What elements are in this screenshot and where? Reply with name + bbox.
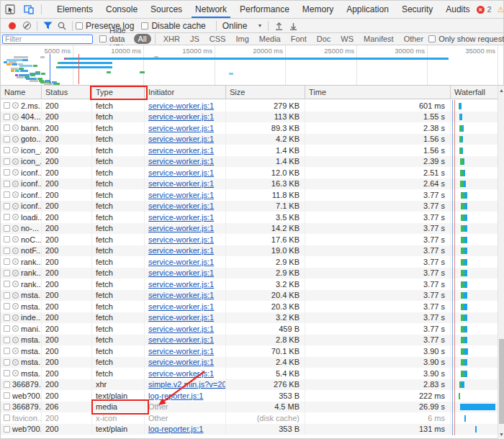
initiator-link[interactable]: service-worker.js:1 <box>148 157 214 166</box>
scrollbar-thumb[interactable] <box>499 339 504 424</box>
filter-toggle-button[interactable] <box>40 19 55 32</box>
filter-pill-js[interactable]: JS <box>186 34 204 44</box>
row-checkbox[interactable] <box>4 325 10 332</box>
initiator-link[interactable]: service-worker.js:1 <box>148 235 214 244</box>
column-header-status[interactable]: Status <box>42 86 92 99</box>
table-row[interactable]: iconf...200fetchservice-worker.js:111.8 … <box>1 189 503 201</box>
inspect-element-icon[interactable] <box>1 1 19 18</box>
disable-cache-checkbox[interactable] <box>141 22 148 30</box>
table-row[interactable]: msta...200fetchservice-worker.js:12.4 KB… <box>1 357 503 368</box>
row-checkbox[interactable] <box>4 114 10 120</box>
filter-pill-manifest[interactable]: Manifest <box>359 34 398 44</box>
row-checkbox[interactable] <box>4 426 10 433</box>
row-checkbox[interactable] <box>4 258 10 265</box>
table-row[interactable]: favicon....200x-iconOther(disk cache)6 m… <box>1 412 503 424</box>
table-row[interactable]: rank...200fetchservice-worker.js:13.2 KB… <box>1 279 503 290</box>
table-row[interactable]: bann...200fetchservice-worker.js:189.3 K… <box>1 122 503 134</box>
column-header-waterfall[interactable]: Waterfall <box>451 86 498 99</box>
filter-pill-ws[interactable]: WS <box>336 34 358 44</box>
table-row[interactable]: 2.ms...200fetchservice-worker.js:1279 KB… <box>1 100 503 112</box>
tab-application[interactable]: Application <box>340 1 395 18</box>
table-row[interactable]: msta...200fetchservice-worker.js:120.3 K… <box>1 301 503 312</box>
row-checkbox[interactable] <box>4 236 10 243</box>
throttling-dropdown[interactable]: Online ▼ <box>220 21 266 31</box>
row-checkbox[interactable] <box>4 303 10 309</box>
initiator-link[interactable]: service-worker.js:1 <box>148 101 214 110</box>
table-row[interactable]: web?00...200text/plainlog-reporter.js:13… <box>1 390 503 402</box>
row-checkbox[interactable] <box>4 370 10 376</box>
initiator-link[interactable]: service-worker.js:1 <box>148 202 214 210</box>
initiator-link[interactable]: service-worker.js:1 <box>148 335 214 344</box>
row-checkbox[interactable] <box>4 136 10 142</box>
table-row[interactable]: web?00...200text/plainlog-reporter.js:13… <box>1 424 503 435</box>
row-checkbox[interactable] <box>4 359 10 366</box>
row-checkbox[interactable] <box>4 281 10 287</box>
table-row[interactable]: mani...200fetchservice-worker.js:1459 B3… <box>1 323 503 335</box>
table-row[interactable]: notF...200fetchservice-worker.js:119.0 K… <box>1 245 503 257</box>
filter-pill-media[interactable]: Media <box>255 34 285 44</box>
row-checkbox[interactable] <box>4 214 10 220</box>
filter-pill-css[interactable]: CSS <box>205 34 230 44</box>
initiator-link[interactable]: service-worker.js:1 <box>148 313 214 322</box>
filter-input[interactable] <box>2 35 93 44</box>
preserve-log-checkbox[interactable] <box>76 22 83 30</box>
column-header-initiator[interactable]: Initiator <box>145 86 226 99</box>
table-row[interactable]: icon_...200fetchservice-worker.js:11.4 K… <box>1 145 503 156</box>
column-header-time[interactable]: Time <box>305 86 451 99</box>
row-checkbox[interactable] <box>4 270 10 276</box>
scroll-up-icon[interactable]: ▲ <box>498 88 504 93</box>
tab-elements[interactable]: Elements <box>50 1 99 18</box>
initiator-link[interactable]: service-worker.js:1 <box>148 146 214 155</box>
row-checkbox[interactable] <box>4 292 10 299</box>
clear-button[interactable] <box>19 19 34 32</box>
row-checkbox[interactable] <box>4 158 10 165</box>
filter-pill-doc[interactable]: Doc <box>312 34 336 44</box>
table-row[interactable]: icon_...200fetchservice-worker.js:11.4 K… <box>1 156 503 168</box>
initiator-link[interactable]: service-worker.js:1 <box>148 213 214 222</box>
table-row[interactable]: rank...200fetchservice-worker.js:12.9 KB… <box>1 268 503 279</box>
table-row[interactable]: iconf...200fetchservice-worker.js:112.0 … <box>1 167 503 178</box>
filter-pill-other[interactable]: Other <box>400 34 428 44</box>
import-har-button[interactable] <box>271 19 286 32</box>
row-checkbox[interactable] <box>4 314 10 321</box>
table-row[interactable]: rank...200fetchservice-worker.js:12.9 KB… <box>1 256 503 268</box>
table-row[interactable]: no-...200fetchservice-worker.js:114.2 KB… <box>1 223 503 235</box>
initiator-link[interactable]: service-worker.js:1 <box>148 280 214 289</box>
search-button[interactable] <box>55 19 69 32</box>
table-row[interactable]: msta...200fetchservice-worker.js:12.8 KB… <box>1 335 503 346</box>
initiator-link[interactable]: service-worker.js:1 <box>148 268 214 277</box>
initiator-link[interactable]: service-worker.js:1 <box>148 168 214 177</box>
tab-sources[interactable]: Sources <box>144 1 189 18</box>
filter-pill-font[interactable]: Font <box>287 34 311 44</box>
row-checkbox[interactable] <box>4 225 10 232</box>
table-row[interactable]: goto...200fetchservice-worker.js:14.2 KB… <box>1 134 503 145</box>
initiator-link[interactable]: service-worker.js:1 <box>148 347 214 356</box>
row-checkbox[interactable] <box>4 337 10 343</box>
table-row[interactable]: inde...200fetchservice-worker.js:13.2 KB… <box>1 312 503 324</box>
device-toolbar-icon[interactable] <box>19 1 38 18</box>
row-checkbox[interactable] <box>4 248 10 254</box>
tab-security[interactable]: Security <box>395 1 439 18</box>
initiator-link[interactable]: service-worker.js:1 <box>148 224 214 232</box>
table-row[interactable]: 366879...206mediaOther4.5 MB26.99 s <box>1 402 503 413</box>
initiator-link[interactable]: service-worker.js:1 <box>148 135 214 143</box>
table-row[interactable]: msta...200fetchservice-worker.js:120.4 K… <box>1 290 503 302</box>
tab-audits[interactable]: Audits <box>439 1 476 18</box>
initiator-link[interactable]: service-worker.js:1 <box>148 246 214 255</box>
filter-pill-all[interactable]: All <box>134 34 151 44</box>
initiator-link[interactable]: service-worker.js:1 <box>148 191 214 199</box>
table-row[interactable]: loadi...200fetchservice-worker.js:13.5 K… <box>1 212 503 223</box>
initiator-link[interactable]: service-worker.js:1 <box>148 291 214 299</box>
table-row[interactable]: noC...200fetchservice-worker.js:117.6 KB… <box>1 234 503 245</box>
tab-performance[interactable]: Performance <box>233 1 296 18</box>
export-har-button[interactable] <box>286 19 300 32</box>
initiator-link[interactable]: service-worker.js:1 <box>148 325 214 333</box>
initiator-link[interactable]: service-worker.js:1 <box>148 302 214 311</box>
samesite-checkbox[interactable] <box>428 35 436 42</box>
column-header-name[interactable]: Name <box>1 86 42 99</box>
initiator-link[interactable]: service-worker.js:1 <box>148 179 214 188</box>
row-checkbox[interactable] <box>4 203 10 209</box>
scroll-down-icon[interactable]: ▼ <box>498 432 504 437</box>
row-checkbox[interactable] <box>4 381 10 388</box>
error-icon[interactable]: ✕ <box>477 6 485 14</box>
